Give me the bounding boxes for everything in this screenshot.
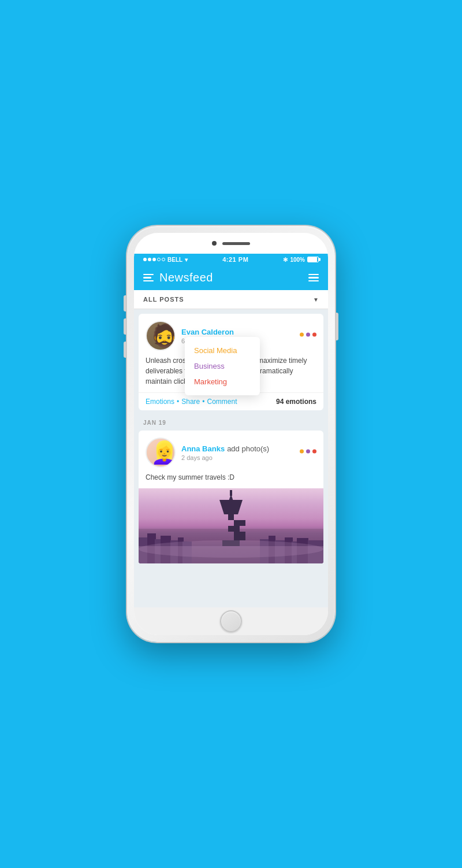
status-right: ✻ 100% (283, 257, 319, 263)
app-header: Newsfeed (134, 265, 328, 290)
status-bar: BELL ▾ 4:21 PM ✻ 100% (134, 254, 328, 265)
poster-name-2[interactable]: Anna Banks (181, 444, 225, 453)
dot-purple (306, 333, 310, 337)
dropdown-arrow-icon[interactable]: ▼ (313, 296, 319, 303)
content-area: ALL POSTS ▼ Evan Calderon 6 minutes ago (134, 290, 328, 607)
post-header-1: Evan Calderon 6 minutes ago Social Media… (139, 314, 323, 355)
status-time: 4:21 PM (222, 256, 248, 263)
poster-name-1[interactable]: Evan Calderon (181, 328, 316, 336)
dot-orange-2 (300, 450, 304, 454)
dropdown-social-media[interactable]: Social Media (185, 343, 260, 358)
home-button[interactable] (220, 610, 242, 632)
dot-red (312, 333, 316, 337)
travel-photo (139, 488, 323, 563)
share-action[interactable]: Share (181, 398, 200, 406)
filter-bar[interactable]: ALL POSTS ▼ (134, 290, 328, 309)
dot-red-2 (312, 450, 316, 454)
carrier-label: BELL (167, 257, 182, 263)
filter-label: ALL POSTS (143, 296, 184, 303)
status-left: BELL ▾ (143, 257, 188, 263)
header-left: Newsfeed (143, 271, 213, 284)
svg-point-19 (139, 540, 323, 558)
dropdown-business[interactable]: Business (185, 358, 260, 374)
emotions-action[interactable]: Emotions (146, 398, 174, 406)
date-section-jan19: JAN 19 (134, 415, 328, 428)
menu-icon[interactable] (143, 274, 154, 282)
avatar-image-anna (147, 439, 174, 466)
bluetooth-icon: ✻ (283, 257, 288, 263)
sep-1: • (177, 398, 179, 406)
app-title: Newsfeed (159, 271, 213, 284)
dropdown-marketing[interactable]: Marketing (185, 374, 260, 390)
dot-orange (300, 333, 304, 337)
header-right (308, 274, 319, 282)
wifi-icon: ▾ (185, 257, 188, 263)
post-time-2: 2 days ago (181, 454, 316, 461)
post-dots-menu-1[interactable] (300, 333, 316, 337)
phone-frame: BELL ▾ 4:21 PM ✻ 100% (127, 226, 335, 642)
action-links-1: Emotions • Share • Comment (146, 398, 237, 406)
post-body-2: Check my summer travels :D (139, 472, 323, 488)
sep-2: • (202, 398, 204, 406)
post-card-2: Anna Banks add photo(s) 2 days ago Check… (139, 431, 323, 488)
emotions-label: emotions (286, 398, 316, 406)
phone-top-notch (134, 233, 328, 254)
avatar-anna (146, 437, 176, 468)
camera-dot (212, 241, 217, 246)
svg-rect-10 (230, 490, 232, 496)
hamburger-right-icon[interactable] (308, 274, 319, 282)
emotions-number: 94 (276, 398, 284, 406)
phone-bottom (134, 607, 328, 635)
avatar-evan (146, 321, 176, 351)
category-dropdown: Social Media Business Marketing (185, 337, 260, 395)
battery-label: 100% (290, 257, 305, 263)
post-meta-2: Anna Banks add photo(s) 2 days ago (181, 444, 316, 461)
emotions-count: 94 emotions (276, 398, 316, 406)
comment-action[interactable]: Comment (207, 398, 237, 406)
post-header-2: Anna Banks add photo(s) 2 days ago (139, 431, 323, 472)
post-action-label: add photo(s) (227, 444, 269, 453)
signal-dots (143, 258, 165, 261)
avatar-image-evan (147, 322, 174, 350)
post-card-1: Evan Calderon 6 minutes ago Social Media… (139, 314, 323, 410)
speaker-bar (222, 242, 250, 245)
post-dots-menu-2[interactable] (300, 450, 316, 454)
dot-purple-2 (306, 450, 310, 454)
phone-screen: BELL ▾ 4:21 PM ✻ 100% (134, 233, 328, 635)
battery-icon (307, 257, 319, 262)
